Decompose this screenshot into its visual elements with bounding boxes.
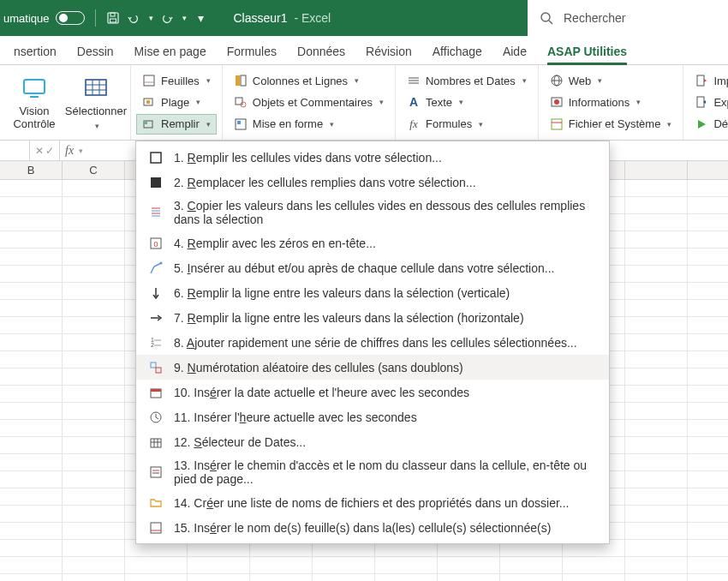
cell[interactable] <box>688 488 728 505</box>
cell[interactable] <box>688 214 728 231</box>
cell[interactable] <box>63 300 125 316</box>
cell[interactable] <box>625 266 688 282</box>
cell[interactable] <box>625 420 688 436</box>
menu-item-15[interactable]: 15. Insérer le nom de(s) feuille(s) dans… <box>136 515 609 540</box>
cell[interactable] <box>688 574 728 581</box>
mise-en-forme-button[interactable]: Mise en forme▾ <box>228 114 390 135</box>
texte-button[interactable]: ATexte▾ <box>401 92 533 112</box>
undo-dropdown-caret[interactable]: ▾ <box>149 14 153 22</box>
cell[interactable] <box>63 386 125 402</box>
cell[interactable] <box>0 523 63 539</box>
cell[interactable] <box>250 574 313 581</box>
cell[interactable] <box>625 540 688 556</box>
cell[interactable] <box>313 557 375 573</box>
cell[interactable] <box>0 471 63 488</box>
cell[interactable] <box>63 197 125 213</box>
column-header[interactable]: C <box>63 161 125 179</box>
cell[interactable] <box>688 249 728 265</box>
objets-commentaires-button[interactable]: Objets et Commentaires▾ <box>228 92 390 112</box>
cell[interactable] <box>0 231 63 248</box>
cell[interactable] <box>625 386 688 402</box>
cell[interactable] <box>63 368 125 385</box>
cell[interactable] <box>625 249 688 265</box>
cell[interactable] <box>625 454 688 470</box>
menu-item-5[interactable]: 5. Insérer au début et/ou après de chaqu… <box>136 255 609 280</box>
cell[interactable] <box>688 351 728 368</box>
cell[interactable] <box>688 386 728 402</box>
cell[interactable] <box>625 283 688 299</box>
tab-dessin[interactable]: Dessin <box>67 39 124 64</box>
tab-aide[interactable]: Aide <box>492 39 537 64</box>
tab-formules[interactable]: Formules <box>217 39 287 64</box>
cell[interactable] <box>625 471 688 488</box>
name-box[interactable] <box>0 141 30 160</box>
accept-formula-icon[interactable]: ✓ <box>45 145 54 157</box>
tab-affichage[interactable]: Affichage <box>422 39 492 64</box>
cell[interactable] <box>250 557 313 573</box>
cell[interactable] <box>625 334 688 350</box>
cell[interactable] <box>63 471 125 488</box>
cell[interactable] <box>63 351 125 368</box>
cell[interactable] <box>688 197 728 213</box>
cell[interactable] <box>688 523 728 539</box>
feuilles-button[interactable]: Feuilles▾ <box>136 70 217 91</box>
cell[interactable] <box>625 231 688 248</box>
cell[interactable] <box>625 574 688 581</box>
cell[interactable] <box>125 557 188 573</box>
tab-nsertion[interactable]: nsertion <box>3 39 67 64</box>
cell[interactable] <box>63 214 125 231</box>
cell[interactable] <box>688 283 728 299</box>
cell[interactable] <box>688 454 728 470</box>
cell[interactable] <box>0 351 63 368</box>
menu-item-12[interactable]: 12. Sélecteur de Dates... <box>136 429 609 454</box>
cell[interactable] <box>688 437 728 453</box>
qat-customize-icon[interactable]: ▾ <box>194 11 207 25</box>
selectionner-button[interactable]: Sélectionner▾ <box>67 69 125 136</box>
cell[interactable] <box>0 300 63 316</box>
cancel-formula-icon[interactable]: ✕ <box>35 145 44 157</box>
menu-item-3[interactable]: 3. Copier les valeurs dans les cellules … <box>136 195 609 231</box>
cell[interactable] <box>63 180 125 196</box>
cell[interactable] <box>625 214 688 231</box>
cell[interactable] <box>63 454 125 470</box>
cell[interactable] <box>500 574 563 581</box>
cell[interactable] <box>688 231 728 248</box>
cell[interactable] <box>63 231 125 248</box>
cell[interactable] <box>0 334 63 350</box>
vision-controle-button[interactable]: VisionContrôle <box>5 69 63 136</box>
cell[interactable] <box>0 266 63 282</box>
nombres-dates-button[interactable]: Nombres et Dates▾ <box>401 70 533 91</box>
cell[interactable] <box>63 574 125 581</box>
cell[interactable] <box>688 334 728 350</box>
search-box[interactable]: Rechercher <box>527 0 728 36</box>
cell[interactable] <box>188 574 250 581</box>
demarrer-button[interactable]: Démarrer▾ <box>689 114 728 135</box>
cell[interactable] <box>0 403 63 419</box>
cell[interactable] <box>563 557 625 573</box>
cell[interactable] <box>63 249 125 265</box>
tab-mise-en-page[interactable]: Mise en page <box>124 39 217 64</box>
cell[interactable] <box>0 214 63 231</box>
cell[interactable] <box>0 557 63 573</box>
fx-label[interactable]: fx <box>60 144 79 158</box>
cell[interactable] <box>375 557 438 573</box>
cell[interactable] <box>688 403 728 419</box>
cell[interactable] <box>313 574 375 581</box>
cell[interactable] <box>63 317 125 333</box>
plage-button[interactable]: Plage▾ <box>136 92 217 112</box>
save-icon[interactable] <box>106 11 120 25</box>
menu-item-11[interactable]: 11. Insérer l'heure actuelle avec les se… <box>136 404 609 429</box>
cell[interactable] <box>0 180 63 196</box>
cell[interactable] <box>688 368 728 385</box>
web-button[interactable]: Web▾ <box>544 70 678 91</box>
cell[interactable] <box>63 523 125 539</box>
cell[interactable] <box>63 266 125 282</box>
cell[interactable] <box>688 557 728 573</box>
colonnes-lignes-button[interactable]: Colonnes et Lignes▾ <box>228 70 390 91</box>
undo-icon[interactable] <box>127 11 140 25</box>
cell[interactable] <box>0 368 63 385</box>
cell[interactable] <box>0 317 63 333</box>
menu-item-10[interactable]: 10. Insérer la date actuelle et l'heure … <box>136 380 609 404</box>
cell[interactable] <box>63 334 125 350</box>
cell[interactable] <box>625 197 688 213</box>
